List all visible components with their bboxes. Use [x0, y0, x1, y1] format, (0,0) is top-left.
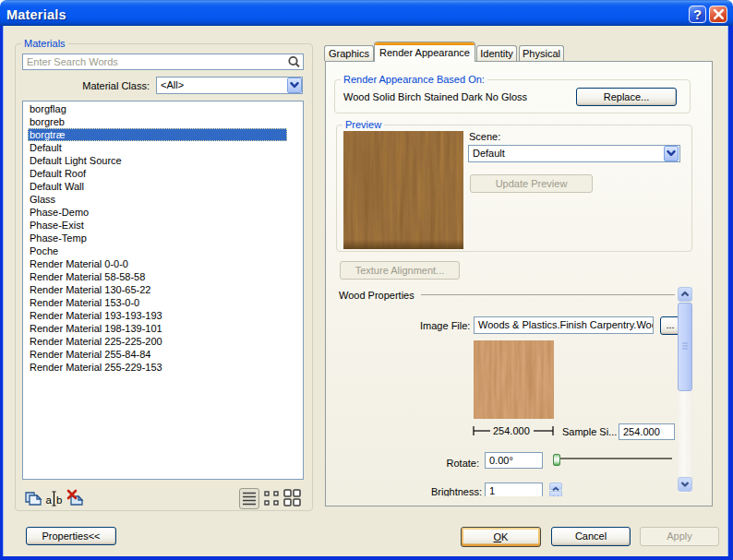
svg-text:b: b [56, 494, 62, 506]
svg-text:254.000: 254.000 [493, 425, 530, 436]
svg-text:a: a [46, 494, 53, 506]
